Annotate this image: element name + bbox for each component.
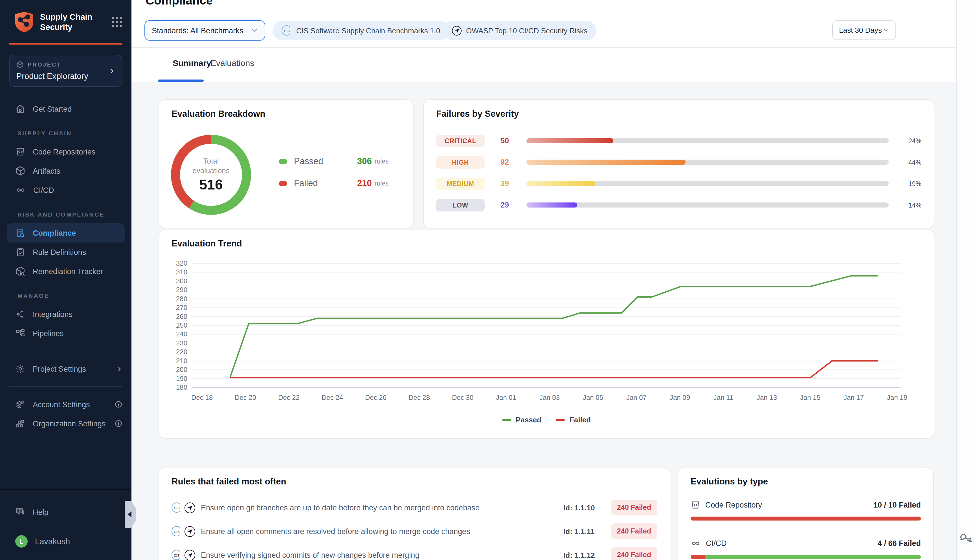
failed-rules-card: Rules that failed most often CISEnsure o…: [159, 467, 670, 560]
page-title: Compliance: [145, 0, 213, 7]
evaluation-breakdown-card: Evaluation Breakdown Total evaluations 5…: [159, 99, 414, 228]
sidebar-item-remediation-tracker[interactable]: Remediation Tracker: [0, 262, 132, 281]
svg-text:Jan 19: Jan 19: [887, 393, 907, 401]
sidebar-item-cicd[interactable]: CI/CD: [0, 180, 132, 200]
severity-row-medium: MEDIUM3919%: [436, 177, 922, 191]
main-area: Compliance Standards: All Benchmarks CIS…: [132, 0, 975, 560]
svg-text:Jan 07: Jan 07: [626, 393, 647, 401]
rule-text: Ensure all open comments are resolved be…: [201, 527, 563, 535]
chat-bubble-icon[interactable]: [959, 531, 973, 544]
svg-text:Jan 17: Jan 17: [843, 393, 864, 401]
infinity-icon: [15, 185, 26, 195]
failed-rule-row[interactable]: CISEnsure verifying signed commits of ne…: [172, 548, 657, 560]
rule-failed-badge: 240 Failed: [611, 523, 657, 539]
rule-text: Ensure verifying signed commits of new c…: [201, 551, 563, 559]
svg-text:300: 300: [176, 277, 187, 285]
severity-label: LOW: [436, 199, 485, 211]
legend-dash: [502, 419, 511, 421]
sidebar-item-code-repositories[interactable]: Code Repositories: [0, 142, 132, 161]
clipboard-check-icon: [15, 247, 25, 257]
severity-percent: 14%: [902, 202, 922, 208]
active-tab-underline: [158, 80, 204, 82]
severity-label: CRITICAL: [436, 135, 485, 147]
type-value: 4 / 66 Failed: [878, 539, 921, 548]
sidebar-divider: [9, 386, 122, 387]
svg-text:Dec 24: Dec 24: [322, 393, 343, 401]
owasp-logo-icon: [185, 550, 195, 560]
sidebar-item-label: Pipelines: [33, 329, 64, 338]
severity-label: MEDIUM: [436, 177, 485, 190]
sidebar-item-rule-definitions[interactable]: Rule Definitions: [0, 242, 132, 262]
severity-bar-chart: CRITICAL5024%HIGH9244%MEDIUM3919%LOW2914…: [436, 134, 922, 212]
donut-total-value: 516: [199, 177, 223, 193]
gear-icon: [15, 364, 25, 374]
nav-section-supply-chain: SUPPLY CHAIN: [0, 130, 132, 137]
trend-legend: PassedFailed: [159, 416, 934, 424]
svg-text:180: 180: [176, 383, 187, 391]
sidebar-item-label: CI/CD: [33, 186, 54, 194]
type-label: Code Repository: [705, 501, 762, 509]
sidebar-item-artifacts[interactable]: Artifacts: [0, 161, 132, 180]
sidebar-item-organization-settings[interactable]: Organization Settings: [0, 414, 132, 433]
code-bucket-icon: [691, 500, 700, 510]
severity-count: 29: [501, 201, 524, 209]
sidebar-item-project-settings[interactable]: Project Settings: [0, 359, 132, 378]
severity-count: 50: [501, 137, 524, 145]
sidebar-item-label: Artifacts: [33, 167, 60, 175]
date-range-dropdown[interactable]: Last 30 Days: [832, 20, 896, 40]
card-title: Rules that failed most often: [172, 477, 657, 487]
sidebar-item-account-settings[interactable]: Account Settings: [0, 395, 132, 414]
failed-rule-row[interactable]: CISEnsure all open comments are resolved…: [172, 524, 657, 538]
tab-bar: Summary Evaluations: [132, 48, 975, 82]
user-avatar: L: [15, 535, 28, 548]
donut-legend: Passed 306 rules Failed 210 rules: [279, 156, 389, 188]
cis-logo-icon: CIS: [172, 502, 182, 513]
info-icon[interactable]: [115, 400, 122, 408]
scrollbar-track[interactable]: [957, 0, 975, 560]
svg-text:Dec 28: Dec 28: [409, 393, 430, 401]
trend-line-chart: 3203103002902802702602502402302202102001…: [159, 230, 934, 410]
passed-marker: [279, 159, 287, 164]
type-bar-cicd: [691, 555, 921, 559]
tab-evaluations[interactable]: Evaluations: [210, 58, 254, 68]
filter-chip-owasp[interactable]: OWASP Top 10 CI/CD Security Risks: [443, 21, 596, 40]
info-icon[interactable]: [115, 420, 122, 427]
sidebar-item-get-started[interactable]: Get Started: [0, 99, 132, 118]
svg-text:Jan 03: Jan 03: [539, 393, 560, 401]
svg-text:Dec 20: Dec 20: [235, 393, 256, 401]
tab-summary[interactable]: Summary: [173, 58, 211, 68]
pipelines-icon: [15, 328, 25, 338]
help-chat-icon: ?: [15, 507, 25, 517]
failed-rule-row[interactable]: CISEnsure open git branches are up to da…: [172, 500, 657, 515]
severity-row-high: HIGH9244%: [436, 155, 922, 169]
app-root: Supply Chain Security PROJECT Product Ex…: [0, 0, 975, 560]
svg-text:200: 200: [176, 366, 187, 373]
project-selector[interactable]: PROJECT Product Exploratory: [9, 55, 122, 87]
cis-logo-icon: CIS: [172, 526, 182, 536]
svg-text:Jan 09: Jan 09: [670, 393, 690, 401]
legend-row-failed: Failed 210 rules: [279, 178, 389, 188]
user-name: Lavakush: [35, 537, 70, 546]
filter-chip-cis[interactable]: CIS CIS Software Supply Chain Benchmarks…: [272, 21, 449, 40]
sidebar-item-help[interactable]: ? Help: [0, 502, 132, 522]
shield-logo-icon: [15, 11, 34, 33]
sidebar-item-compliance[interactable]: Compliance: [7, 223, 125, 242]
box-icon: [15, 166, 25, 176]
owasp-logo-icon: [452, 26, 462, 35]
apps-grid-icon[interactable]: [111, 17, 122, 28]
dashboard-content: Evaluation Breakdown Total evaluations 5…: [132, 82, 975, 560]
sidebar-divider: [9, 351, 122, 351]
standards-filter-value: Standards: All Benchmarks: [152, 26, 243, 35]
owasp-logo-icon: [185, 526, 195, 537]
layers-gear-icon: [15, 399, 25, 410]
project-name: Product Exploratory: [17, 72, 115, 81]
sidebar-item-user[interactable]: L Lavakush: [0, 532, 132, 551]
severity-bar-fill: [526, 138, 613, 143]
failed-rules-list: CISEnsure open git branches are up to da…: [172, 500, 657, 560]
sidebar-item-integrations[interactable]: Integrations: [0, 305, 132, 324]
sidebar-item-label: Account Settings: [33, 400, 90, 408]
svg-text:Dec 30: Dec 30: [452, 393, 473, 401]
standards-filter-dropdown[interactable]: Standards: All Benchmarks: [144, 20, 265, 41]
sidebar-item-pipelines[interactable]: Pipelines: [0, 324, 132, 343]
rule-failed-badge: 240 Failed: [611, 547, 657, 560]
